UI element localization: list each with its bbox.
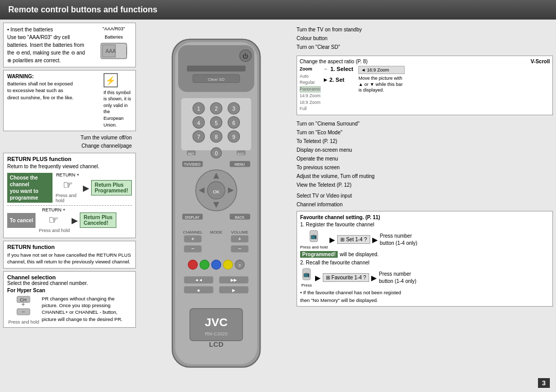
result-box-2: Return Plus Canceled! bbox=[80, 212, 116, 228]
svg-text:LCD: LCD bbox=[209, 341, 223, 348]
previous-label: To previous screen bbox=[297, 163, 553, 172]
channel-title: Channel selection bbox=[7, 274, 132, 280]
right-mid-annotations: Turn on "Cinema Surround" Turn on "Eco M… bbox=[297, 119, 553, 189]
hand-icon-2: ☞ bbox=[48, 213, 59, 227]
svg-point-70 bbox=[188, 260, 197, 269]
channel-desc3: CHANNEL+ or CHANNEL - button, bbox=[42, 309, 123, 315]
hand-icon-1: ☞ bbox=[63, 179, 73, 192]
battery-section: • Insert the batteries Use two "AAA/R03"… bbox=[3, 23, 136, 67]
svg-text:MENU: MENU bbox=[234, 163, 245, 166]
fav-arrow-1: ▶ bbox=[329, 236, 335, 244]
return-label-2: RETURN + bbox=[42, 207, 65, 212]
move-text: Move the picture with ▲ or ▼ while this … bbox=[358, 76, 405, 94]
svg-text:Clear SD: Clear SD bbox=[208, 77, 225, 82]
volume-adj-label: Adjust the volume, Turn off muting bbox=[297, 172, 553, 181]
battery-line1: Use two "AAA/R03" dry cell bbox=[7, 33, 93, 41]
svg-text:7: 7 bbox=[197, 134, 200, 140]
right-panel: Turn the TV on from standby Colour butto… bbox=[293, 20, 556, 392]
standby-label: Turn the TV on from standby bbox=[297, 25, 553, 34]
select-tv-label: Select TV or Video input bbox=[297, 191, 553, 200]
svg-rect-18 bbox=[187, 66, 246, 72]
svg-text:ECO: ECO bbox=[238, 152, 245, 155]
volume-label: Turn the volume off/on bbox=[3, 134, 132, 142]
set-arrow: ▶ bbox=[324, 77, 327, 82]
svg-text:DISPLAY: DISPLAY bbox=[185, 216, 200, 219]
fav-register-row: 📺 Press and hold ▶ ⊞ Set 1-4 ? ▶ Press n… bbox=[300, 229, 549, 250]
main-content: • Insert the batteries Use two "AAA/R03"… bbox=[0, 20, 556, 392]
result-box-1: Return Plus Programmed! bbox=[91, 180, 132, 195]
svg-text:2: 2 bbox=[215, 106, 218, 112]
svg-text:AAA: AAA bbox=[106, 48, 116, 54]
svg-text:1: 1 bbox=[197, 106, 200, 112]
svg-text:▶▶: ▶▶ bbox=[231, 278, 237, 282]
hyper-scan-label: For Hyper Scan bbox=[7, 288, 132, 293]
remote-container: ⏻ Clear SD 1 2 3 4 5 6 bbox=[144, 33, 288, 373]
fav-hand-svg: 📺 bbox=[307, 229, 320, 245]
channel-desc4: picture will change to the desired PR. bbox=[42, 316, 123, 323]
svg-text:RM-C2020: RM-C2020 bbox=[205, 331, 228, 336]
svg-text:+: + bbox=[191, 236, 195, 242]
press-hold-2: Press and hold bbox=[39, 228, 70, 233]
fav-press-label: Press bbox=[301, 283, 311, 288]
channel-label: Change channel/page bbox=[3, 142, 132, 150]
return-plus-step1: Choose the channel you want to programme… bbox=[7, 172, 132, 203]
channel-info-label: Channel information bbox=[297, 200, 553, 209]
battery-label: "AAA/R03" bbox=[102, 26, 125, 33]
choose-channel-box: Choose the channel you want to programme bbox=[7, 173, 53, 203]
warning-note2: is shown, it is bbox=[103, 96, 132, 102]
fav-arrow-2: ▶ bbox=[372, 236, 378, 244]
eco-label: Turn on "Eco Mode" bbox=[297, 128, 553, 137]
svg-point-72 bbox=[212, 260, 221, 269]
to-cancel-box: To cancel bbox=[7, 213, 36, 228]
fav-button2: button (1-4 only) bbox=[379, 278, 416, 285]
select-arrow: ← bbox=[324, 66, 328, 72]
warning-note4: European Union. bbox=[103, 115, 132, 128]
channel-desc1: PR changes without changing the bbox=[42, 295, 123, 302]
svg-text:RET: RET bbox=[188, 152, 194, 155]
aspect-title: Change the aspect ratio (P. 8) bbox=[300, 59, 368, 64]
fav-note1: • If the favourite channel has not been … bbox=[300, 290, 549, 295]
svg-text:?: ? bbox=[238, 263, 241, 268]
favourite-step1: 1. Register the favourite channel bbox=[300, 222, 549, 227]
warning-line1: Batteries shall not be exposed bbox=[7, 80, 101, 87]
svg-text:9: 9 bbox=[232, 134, 235, 140]
warning-note3: only valid in the bbox=[103, 102, 132, 115]
fav-press-num1: Press number bbox=[380, 233, 418, 240]
svg-text:−: − bbox=[21, 308, 25, 315]
press-hold-1: Press and hold bbox=[56, 193, 81, 203]
return-function-section: RETURN function If you have not set or h… bbox=[3, 241, 136, 269]
warning-line3: direct sunshine, fire or the like. bbox=[7, 94, 101, 101]
battery-line2: batteries. Insert the batteries from bbox=[7, 41, 93, 49]
warning-note1: If this symbol bbox=[103, 90, 132, 96]
svg-text:4: 4 bbox=[197, 120, 200, 126]
right-top-annotations: Turn the TV on from standby Colour butto… bbox=[297, 25, 553, 51]
fav-hand2-svg: 📺 bbox=[300, 268, 313, 283]
fav-note2: then "No Memory" will be displayed. bbox=[300, 297, 549, 303]
return-label-1: RETURN + bbox=[56, 172, 79, 177]
arrow-1: ▶ bbox=[83, 183, 89, 193]
page-title: Remote control buttons and functions bbox=[8, 5, 158, 14]
svg-text:📺: 📺 bbox=[310, 233, 317, 240]
svg-text:6: 6 bbox=[232, 120, 235, 126]
svg-text:TV/VIDEO: TV/VIDEO bbox=[184, 163, 200, 166]
teletext-label: To Teletext (P. 12) bbox=[297, 137, 553, 146]
warning-section: WARNING: Batteries shall not be exposed … bbox=[3, 70, 136, 131]
svg-text:OK: OK bbox=[213, 189, 219, 194]
title-bar: Remote control buttons and functions bbox=[0, 0, 556, 20]
left-panel: • Insert the batteries Use two "AAA/R03"… bbox=[0, 20, 139, 392]
svg-text:▶: ▶ bbox=[232, 288, 236, 293]
fav-recall-display: ⊞ Favourite 1-4 ? bbox=[323, 273, 369, 282]
channel-subtitle: Select the desired channel number. bbox=[7, 280, 132, 286]
favourite-title: Favourite channel setting. (P. 11) bbox=[300, 215, 549, 220]
fav-recall-row: 📺 Press ▶ ⊞ Favourite 1-4 ? ▶ Press numb… bbox=[300, 268, 549, 288]
return-function-text: If you have not set or have cancelled th… bbox=[7, 252, 132, 265]
battery-line3: the ⊖ end, making sure the ⊖ and bbox=[7, 49, 93, 57]
svg-text:+: + bbox=[21, 301, 25, 308]
battery-line4: ⊕ polarities are correct. bbox=[7, 57, 93, 64]
channel-selection-section: Channel selection Select the desired cha… bbox=[3, 271, 136, 328]
svg-text:0: 0 bbox=[215, 151, 218, 156]
svg-text:VOLUME: VOLUME bbox=[231, 230, 249, 235]
svg-text:5: 5 bbox=[215, 120, 218, 126]
svg-text:JVC: JVC bbox=[205, 315, 228, 329]
svg-text:■: ■ bbox=[197, 288, 200, 293]
